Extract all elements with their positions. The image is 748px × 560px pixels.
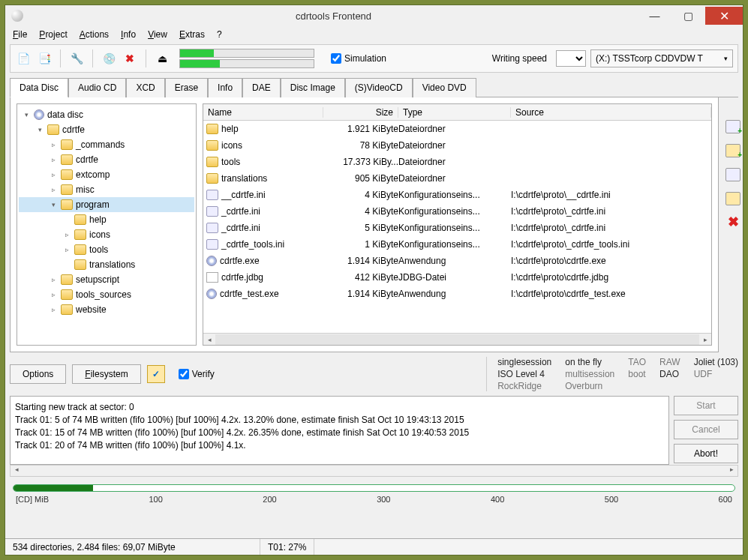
toolbar: 📄 📑 🔧 💿 ✖ ⏏ Simulation Writing speed (X:…	[10, 44, 738, 73]
file-row[interactable]: __cdrtfe.ini4 KiByteKonfigurationseins..…	[203, 187, 711, 203]
log-hscroll[interactable]: ◂▸	[10, 465, 738, 477]
file-row[interactable]: icons78 KiByteDateiordner	[203, 137, 711, 154]
toolbar-disc-icon[interactable]: 💿	[101, 50, 117, 67]
close-button[interactable]: ✕	[705, 7, 743, 25]
tree-item[interactable]: help	[19, 212, 194, 227]
file-row[interactable]: _cdrtfe_tools.ini1 KiByteKonfigurationse…	[203, 236, 711, 253]
tab--s-videocd[interactable]: (S)VideoCD	[345, 78, 413, 97]
tree-item[interactable]: ▹tools_sources	[19, 287, 194, 302]
remove-icon[interactable]: ✖	[725, 216, 740, 229]
file-row[interactable]: translations905 KiByteDateiordner	[203, 170, 711, 187]
move-file-icon[interactable]	[725, 168, 740, 181]
tab-video-dvd[interactable]: Video DVD	[413, 78, 476, 97]
tree-item[interactable]: ▹icons	[19, 227, 194, 242]
col-name[interactable]: Name	[203, 107, 323, 118]
file-list: Name Size Type Source help1.921 KiByteDa…	[203, 103, 712, 346]
toolbar-copy-icon[interactable]: 📑	[36, 50, 53, 67]
options-row: Options Filesystem ✓ Verify singlesessio…	[10, 357, 738, 391]
file-list-header[interactable]: Name Size Type Source	[203, 104, 711, 121]
toolbar-new-icon[interactable]: 📄	[15, 50, 32, 67]
add-folder-icon[interactable]	[725, 144, 740, 157]
start-button[interactable]: Start	[674, 396, 738, 415]
menu-file[interactable]: File	[13, 29, 27, 40]
tab-disc-image[interactable]: Disc Image	[281, 78, 345, 97]
window-title: cdrtools Frontend	[29, 10, 638, 22]
disc-usage: [CD] MiB100200300400500600	[13, 484, 735, 504]
options-button[interactable]: Options	[10, 364, 66, 384]
menu-help[interactable]: ?	[217, 29, 222, 40]
tree-item[interactable]: ▹extcomp	[19, 167, 194, 182]
folder-tree[interactable]: ▾data disc▾cdrtfe▹_commands▹cdrtfe▹extco…	[17, 103, 197, 346]
minimize-button[interactable]: —	[638, 7, 671, 25]
file-row[interactable]: tools17.373 KiBy...Dateiordner	[203, 154, 711, 170]
tree-item[interactable]: ▹cdrtfe	[19, 152, 194, 167]
file-row[interactable]: cdrtfe_test.exe1.914 KiByteAnwendungI:\c…	[203, 286, 711, 302]
filesystem-button[interactable]: Filesystem	[72, 364, 140, 384]
toolbar-settings-icon[interactable]: 🔧	[68, 50, 85, 67]
tree-item[interactable]: ▹website	[19, 302, 194, 317]
col-source[interactable]: Source	[511, 107, 711, 118]
writing-speed-label: Writing speed	[492, 53, 547, 64]
move-folder-icon[interactable]	[725, 192, 740, 205]
maximize-button[interactable]: ▢	[671, 7, 705, 25]
progress-bar-2	[179, 59, 314, 68]
titlebar: cdrtools Frontend — ▢ ✕	[5, 5, 743, 26]
tab-erase[interactable]: Erase	[165, 78, 208, 97]
tree-item[interactable]: translations	[19, 257, 194, 272]
tree-item[interactable]: ▹setupscript	[19, 272, 194, 287]
menu-project[interactable]: Project	[39, 29, 67, 40]
app-icon	[11, 10, 23, 22]
tree-item[interactable]: ▹_commands	[19, 137, 194, 152]
tree-item[interactable]: ▹misc	[19, 182, 194, 197]
tree-item[interactable]: ▾data disc	[19, 107, 194, 122]
log-output[interactable]: Starting new track at sector: 0Track 01:…	[10, 396, 669, 465]
tab-strip: Data DiscAudio CDXCDEraseInfoDAEDisc Ima…	[10, 77, 738, 97]
session-options: singlesession on the fly TAO RAW Joliet …	[486, 357, 738, 391]
side-actions: ✖	[723, 97, 743, 352]
menu-actions[interactable]: Actions	[80, 29, 109, 40]
cancel-button[interactable]: Cancel	[674, 420, 738, 439]
drive-select[interactable]: (X:) TSSTcorp CDDVDW T▾	[590, 49, 733, 67]
file-row[interactable]: _cdrtfe.ini4 KiByteKonfigurationseins...…	[203, 203, 711, 220]
file-row[interactable]: cdrtfe.jdbg412 KiByteJDBG-DateiI:\cdrtfe…	[203, 269, 711, 286]
status-bar: 534 directories, 2.484 files: 69,07 MiBy…	[5, 538, 743, 555]
tab-data-disc[interactable]: Data Disc	[10, 78, 68, 97]
tab-audio-cd[interactable]: Audio CD	[68, 78, 126, 97]
status-summary: 534 directories, 2.484 files: 69,07 MiBy…	[5, 539, 260, 555]
log-area: Starting new track at sector: 0Track 01:…	[10, 396, 738, 465]
tree-item[interactable]: ▾cdrtfe	[19, 122, 194, 137]
toolbar-cancel-icon[interactable]: ✖	[122, 50, 138, 67]
menu-extras[interactable]: Extras	[179, 29, 205, 40]
progress-bar-1	[179, 49, 314, 58]
check-icon[interactable]: ✓	[147, 365, 165, 383]
simulation-checkbox[interactable]: Simulation	[331, 53, 386, 64]
file-list-hscroll[interactable]: ◂▸	[203, 333, 711, 345]
menu-info[interactable]: Info	[121, 29, 136, 40]
tab-dae[interactable]: DAE	[242, 78, 281, 97]
menu-view[interactable]: View	[148, 29, 167, 40]
tab-xcd[interactable]: XCD	[126, 78, 164, 97]
col-type[interactable]: Type	[398, 107, 511, 118]
verify-checkbox[interactable]: Verify	[179, 369, 215, 379]
tree-item[interactable]: ▾program	[19, 197, 194, 212]
writing-speed-select[interactable]	[556, 50, 586, 67]
add-file-icon[interactable]	[725, 120, 740, 133]
toolbar-eject-icon[interactable]: ⏏	[154, 50, 170, 67]
abort-button[interactable]: Abort!	[674, 444, 738, 463]
file-row[interactable]: cdrtfe.exe1.914 KiByteAnwendungI:\cdrtfe…	[203, 253, 711, 269]
file-row[interactable]: _cdrtfe.ini5 KiByteKonfigurationseins...…	[203, 220, 711, 236]
tab-info[interactable]: Info	[208, 78, 242, 97]
status-track: T01: 27%	[260, 539, 314, 555]
tree-item[interactable]: ▹tools	[19, 242, 194, 257]
chevron-down-icon: ▾	[724, 55, 728, 62]
file-row[interactable]: help1.921 KiByteDateiordner	[203, 121, 711, 137]
col-size[interactable]: Size	[323, 107, 398, 118]
menubar: File Project Actions Info View Extras ?	[5, 26, 743, 43]
